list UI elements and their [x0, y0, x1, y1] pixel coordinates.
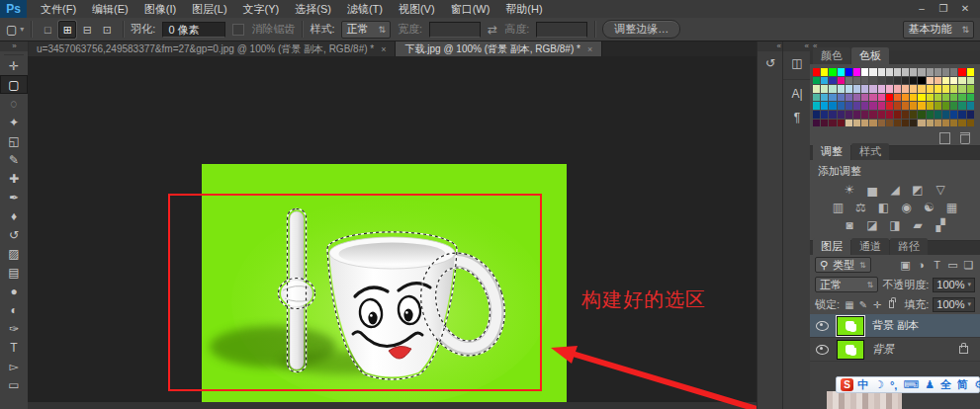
color-swatch[interactable]: [927, 68, 934, 76]
ime-punctuation-icon[interactable]: °,: [890, 379, 897, 391]
lock-position-icon[interactable]: ✛: [871, 299, 883, 310]
color-swatch[interactable]: [861, 68, 868, 76]
new-selection-button[interactable]: □: [39, 21, 56, 39]
color-swatch[interactable]: [838, 111, 845, 119]
photo-filter-icon[interactable]: ◉: [900, 201, 914, 214]
color-swatch[interactable]: [821, 77, 828, 85]
color-swatch[interactable]: [902, 77, 909, 85]
color-swatch[interactable]: [967, 77, 974, 85]
panel-tab[interactable]: 样式: [851, 143, 889, 160]
color-swatch[interactable]: [821, 85, 828, 93]
color-swatch[interactable]: [967, 68, 974, 76]
move-tool[interactable]: ✛: [0, 56, 28, 75]
color-swatch[interactable]: [935, 94, 941, 102]
menu-item[interactable]: 图像(I): [136, 0, 184, 19]
clone-stamp-tool[interactable]: ♦: [0, 206, 28, 225]
color-swatch[interactable]: [942, 120, 949, 127]
color-swatch[interactable]: [942, 68, 949, 76]
color-swatch[interactable]: [813, 85, 820, 93]
curves-icon[interactable]: ◢: [888, 183, 902, 197]
color-swatch[interactable]: [950, 85, 957, 93]
color-swatch[interactable]: [829, 120, 836, 127]
visibility-eye-icon[interactable]: [816, 321, 829, 331]
ime-user-icon[interactable]: ♟: [925, 378, 935, 391]
color-swatch[interactable]: [878, 77, 885, 85]
color-swatch[interactable]: [950, 94, 957, 102]
sogou-logo[interactable]: S: [841, 378, 853, 391]
color-swatch[interactable]: [910, 111, 917, 119]
color-swatch[interactable]: [838, 120, 845, 127]
menu-item[interactable]: 选择(S): [287, 0, 339, 19]
subtract-from-selection-button[interactable]: ⊟: [78, 21, 96, 39]
color-swatch[interactable]: [813, 77, 820, 85]
layer-row[interactable]: 背景 副本: [810, 314, 980, 338]
color-swatch[interactable]: [869, 94, 876, 102]
color-swatch[interactable]: [910, 77, 917, 85]
color-swatch[interactable]: [918, 111, 925, 119]
pen-tool[interactable]: ✑: [0, 319, 28, 338]
panel-tab[interactable]: 调整: [813, 143, 850, 160]
panel-tab[interactable]: 色板: [851, 47, 889, 64]
color-swatch[interactable]: [918, 120, 925, 127]
dodge-tool[interactable]: ◐: [0, 300, 28, 319]
color-swatch[interactable]: [861, 120, 868, 127]
color-swatch[interactable]: [935, 102, 941, 110]
collapse-toolbar-icon[interactable]: »: [0, 41, 28, 51]
properties-panel-icon[interactable]: ◫: [783, 51, 811, 75]
visibility-eye-icon[interactable]: [816, 345, 829, 355]
crop-tool[interactable]: ◱: [0, 131, 28, 150]
canvas-area[interactable]: 构建好的选区: [28, 56, 757, 409]
color-swatch[interactable]: [886, 111, 893, 119]
channel-mixer-icon[interactable]: ☯: [923, 201, 936, 214]
color-swatch[interactable]: [869, 102, 876, 110]
filter-pixel-layers-icon[interactable]: ▣: [899, 259, 912, 272]
color-swatch[interactable]: [853, 102, 860, 110]
color-swatch[interactable]: [950, 68, 957, 76]
color-swatch[interactable]: [894, 77, 901, 85]
vibrance-icon[interactable]: ▽: [934, 183, 947, 197]
magic-wand-tool[interactable]: ✦: [0, 113, 28, 131]
healing-brush-tool[interactable]: ✚: [0, 169, 28, 188]
style-select[interactable]: 正常 ⇅: [341, 21, 391, 39]
type-tool[interactable]: T: [0, 338, 28, 357]
ime-simplified-toggle[interactable]: 简: [957, 377, 968, 392]
color-swatch[interactable]: [942, 111, 949, 119]
color-swatch[interactable]: [902, 111, 909, 119]
color-swatch[interactable]: [878, 120, 885, 127]
new-swatch-icon[interactable]: [939, 132, 950, 144]
color-swatch[interactable]: [878, 102, 885, 110]
color-swatch[interactable]: [958, 102, 965, 110]
color-swatch[interactable]: [886, 77, 893, 85]
filter-type-layers-icon[interactable]: T: [931, 259, 943, 272]
color-swatch[interactable]: [902, 85, 909, 93]
color-swatch[interactable]: [813, 94, 820, 102]
brush-tool[interactable]: ✒: [0, 188, 28, 206]
menu-item[interactable]: 视图(V): [391, 0, 443, 19]
color-swatch[interactable]: [853, 68, 860, 76]
black-white-icon[interactable]: ◧: [877, 201, 891, 214]
layer-row[interactable]: 背景: [810, 338, 980, 362]
levels-icon[interactable]: ▅: [865, 183, 879, 197]
filter-adjustment-layers-icon[interactable]: ◑: [915, 259, 928, 272]
gradient-tool[interactable]: ▤: [0, 263, 28, 282]
color-swatch[interactable]: [886, 85, 893, 93]
color-balance-icon[interactable]: ⚖: [854, 201, 868, 214]
color-swatch[interactable]: [861, 111, 868, 119]
color-swatch[interactable]: [821, 68, 828, 76]
color-swatch[interactable]: [958, 68, 965, 76]
color-swatch[interactable]: [918, 77, 925, 85]
color-swatch[interactable]: [967, 111, 974, 119]
color-swatch[interactable]: [853, 85, 860, 93]
color-swatch[interactable]: [838, 94, 845, 102]
color-swatch[interactable]: [878, 85, 885, 93]
color-swatch[interactable]: [910, 102, 917, 110]
color-swatch[interactable]: [894, 94, 901, 102]
panel-tab[interactable]: 颜色: [813, 47, 850, 64]
color-swatch[interactable]: [838, 102, 845, 110]
color-swatch[interactable]: [861, 85, 868, 93]
panel-tab[interactable]: 路径: [890, 238, 928, 255]
color-swatch[interactable]: [894, 85, 901, 93]
color-swatch[interactable]: [967, 85, 974, 93]
intersect-selection-button[interactable]: ⊡: [98, 21, 116, 39]
color-swatch[interactable]: [918, 102, 925, 110]
